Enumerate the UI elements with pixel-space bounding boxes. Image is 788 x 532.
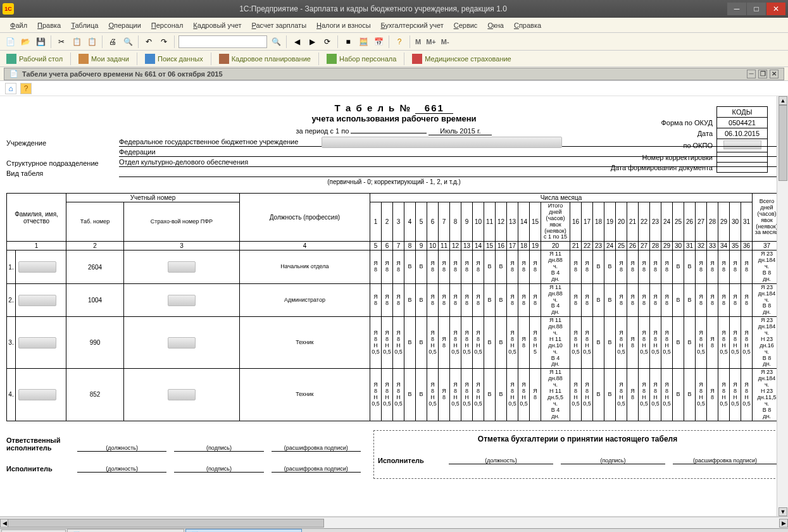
menu-таблица[interactable]: Таблица (67, 20, 102, 31)
menu-налоги и взносы[interactable]: Налоги и взносы (313, 20, 375, 31)
mplus-button[interactable]: M+ (425, 38, 437, 46)
dept-label: Структурное подразделение (6, 159, 114, 167)
main-toolbar: 📄 📂 💾 ✂ 📋 📋 🖨 🔍 ↶ ↷ 🔍 ◀ ▶ ⟳ ■ 🧮 📅 ? M M+… (0, 33, 788, 51)
tab-tabel[interactable]: 📄Табели учета рабочего вре... (185, 529, 301, 532)
new-icon[interactable]: 📄 (4, 35, 16, 48)
recruit-button[interactable]: Набор персонала (324, 53, 399, 65)
recruit-icon (327, 54, 337, 64)
cut-icon[interactable]: ✂ (55, 35, 68, 48)
menu-окна[interactable]: Окна (484, 20, 508, 31)
nav-toolbar: Рабочий стол Мои задачи Поиск данных Кад… (0, 51, 788, 67)
planning-button[interactable]: Кадровое планирование (216, 53, 313, 65)
type-value (119, 168, 782, 177)
search-go-icon[interactable]: 🔍 (270, 35, 282, 48)
table-row: 2.1004АдминистраторЯ8Я8Я8ВВЯ8Я8Я8Я8Я8ВВЯ… (7, 283, 782, 316)
dept-value: Отдел культурно-делового обеспечения (119, 158, 782, 167)
org-value-2: Федерации (119, 148, 782, 157)
copy-icon[interactable]: 📋 (70, 35, 83, 48)
menu-расчет зарплаты[interactable]: Расчет зарплаты (248, 20, 311, 31)
paste-icon[interactable]: 📋 (85, 35, 98, 48)
desktop-button[interactable]: Рабочий стол (4, 53, 65, 65)
hscroll-thumb[interactable] (8, 519, 324, 528)
menu-бухгалтерский учет[interactable]: Бухгалтерский учет (377, 20, 447, 31)
menu-правка[interactable]: Правка (34, 20, 65, 31)
tasks-button[interactable]: Мои задачи (76, 53, 132, 65)
m-button[interactable]: M (414, 38, 422, 46)
menu-файл[interactable]: Файл (6, 20, 31, 31)
type-note: (первичный - 0; корректирующий - 1, 2, и… (6, 178, 782, 185)
document-toolbar: ⌂ ? (0, 81, 788, 96)
menu-кадровый учет[interactable]: Кадровый учет (189, 20, 245, 31)
menu-операции[interactable]: Операции (104, 20, 144, 31)
medical-button[interactable]: Медицинское страхование (410, 53, 513, 65)
doc-minimize-icon[interactable]: ─ (747, 70, 756, 78)
maximize-button[interactable]: □ (747, 3, 766, 15)
calendar-icon[interactable]: 📅 (372, 35, 385, 48)
app-logo-icon: 1C (3, 3, 14, 15)
table-row: 4.852ТехникЯ8Н0,5Я8Н0,5Я8Н0,5ВВЯ8Н0,5Я8Я… (7, 369, 782, 421)
doc-help-icon[interactable]: ? (20, 83, 32, 94)
org-value: Федеральное государственное бюджетное уч… (119, 138, 782, 147)
report-viewport[interactable]: Т а б е л ь № 661 учета использования ра… (0, 96, 788, 517)
doc-restore-icon[interactable]: ❐ (758, 70, 767, 78)
minimize-button[interactable]: ─ (727, 3, 746, 15)
menu-персонал[interactable]: Персонал (147, 20, 187, 31)
save-icon[interactable]: 💾 (34, 35, 47, 48)
fwd-icon[interactable]: ▶ (306, 35, 318, 48)
menu-сервис[interactable]: Сервис (450, 20, 482, 31)
type-label: Вид табеля (6, 170, 114, 177)
report-number: 661 (415, 102, 453, 114)
window-title: 1С:Предприятие - Зарплата и кадры бюджет… (19, 4, 727, 13)
table-row: 1.2604Начальник отделаЯ8Я8Я8ВВЯ8Я8Я8Я8Я8… (7, 251, 782, 283)
signature-section: Ответственный исполнитель (должность) (п… (6, 430, 782, 479)
horizontal-scrollbar[interactable]: ◀ ▶ (0, 517, 788, 528)
document-tab-bar: 📄 Табели учета рабочего времени № 661 от… (0, 67, 788, 81)
vertical-scrollbar[interactable]: ▲ ▼ (777, 96, 788, 516)
tab-desktop[interactable]: 🖥Рабочий стол (1, 529, 66, 533)
open-icon[interactable]: 📂 (19, 35, 32, 48)
search-data-button[interactable]: Поиск данных (142, 53, 206, 65)
search-icon (145, 54, 155, 64)
tasks-icon (78, 54, 89, 64)
desktop-icon (6, 54, 16, 64)
scroll-up-icon[interactable]: ▲ (779, 96, 787, 105)
accounting-title: Отметка бухгалтерии о принятии настоящег… (378, 435, 777, 443)
search-input[interactable] (178, 35, 267, 48)
titlebar: 1C 1С:Предприятие - Зарплата и кадры бюд… (0, 0, 788, 18)
doc-icon: 📄 (9, 70, 18, 78)
scroll-down-icon[interactable]: ▼ (779, 507, 787, 516)
refresh-icon[interactable]: ⟳ (321, 35, 334, 48)
close-button[interactable]: ✕ (766, 3, 785, 15)
print-icon[interactable]: 🖨 (106, 35, 119, 48)
timesheet-table: Фамилия, имя, отчествоУчетный номерДолжн… (6, 193, 782, 421)
help-icon[interactable]: ? (393, 35, 406, 48)
scroll-right-icon[interactable]: ▶ (779, 519, 788, 528)
menubar: ФайлПравкаТаблицаОперацииПерсоналКадровы… (0, 18, 788, 33)
medical-icon (412, 54, 422, 64)
scroll-thumb[interactable] (779, 105, 787, 181)
menu-справка[interactable]: Справка (510, 20, 545, 31)
window-tabs: 🖥Рабочий стол 📄...: За Июль 2015. Не про… (0, 528, 788, 532)
calc-icon[interactable]: 🧮 (357, 35, 370, 48)
redo-icon[interactable]: ↷ (158, 35, 170, 48)
table-row: 3.990ТехникЯ8Н0,5Я8Н0,5Я8Н0,5ВВЯ8Н0,5Я8Я… (7, 317, 782, 369)
preview-icon[interactable]: 🔍 (122, 35, 134, 48)
doc-close-icon[interactable]: ✕ (770, 70, 779, 78)
document-tab-title: Табели учета рабочего времени № 661 от 0… (22, 70, 223, 78)
tab-july[interactable]: 📄...: За Июль 2015. Не прове... (67, 529, 184, 532)
back-icon[interactable]: ◀ (291, 35, 303, 48)
planning-icon (219, 54, 229, 64)
stop-icon[interactable]: ■ (342, 35, 354, 48)
doc-action-icon[interactable]: ⌂ (5, 83, 16, 94)
mminus-button[interactable]: M- (440, 38, 451, 46)
org-label: Учреждение (6, 139, 114, 147)
document-tab[interactable]: 📄 Табели учета рабочего времени № 661 от… (4, 68, 784, 80)
undo-icon[interactable]: ↶ (142, 35, 155, 48)
